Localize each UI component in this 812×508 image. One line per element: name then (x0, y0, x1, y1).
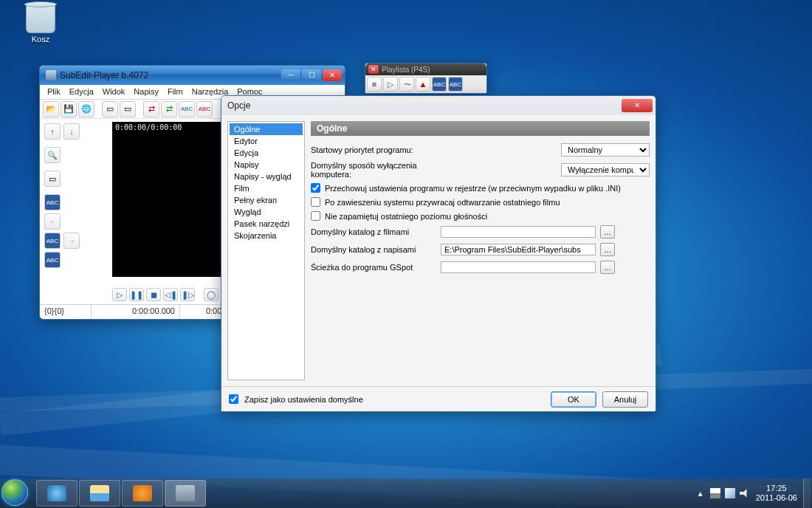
system-tray: ▲ 17:25 2011-06-06 (691, 484, 803, 503)
resume-label: Po zawieszeniu systemu przywracaj odtwar… (325, 198, 560, 207)
playlist-up-icon[interactable]: ▲ (416, 77, 430, 92)
player-minimize-icon[interactable]: ─ (281, 69, 300, 81)
trash-icon (26, 4, 55, 33)
side-abc2-icon[interactable]: ABC (44, 252, 61, 268)
movies-dir-input[interactable] (441, 226, 596, 238)
menu-widok[interactable]: Widok (100, 86, 128, 97)
category-napisy-wyglad[interactable]: Napisy - wygląd (230, 171, 303, 182)
menu-napisy[interactable]: Napisy (131, 86, 162, 97)
record-icon[interactable]: ◯ (204, 288, 219, 301)
tool-web-icon[interactable]: 🌐 (78, 101, 94, 117)
subedit-icon (176, 485, 195, 501)
subs-dir-browse[interactable]: … (600, 243, 615, 256)
side-abc-left-icon[interactable]: ← (44, 213, 61, 230)
action-center-icon[interactable] (710, 488, 720, 498)
side-abc1-icon[interactable]: ABC (44, 233, 61, 249)
start-button[interactable] (1, 479, 35, 507)
movies-dir-browse[interactable]: … (600, 225, 615, 238)
playlist-abc2-icon[interactable]: ABC (448, 77, 463, 92)
stop-icon[interactable]: ◼ (146, 288, 161, 301)
category-film[interactable]: Film (230, 182, 303, 194)
pause-icon[interactable]: ❚❚ (129, 288, 144, 301)
category-napisy[interactable]: Napisy (230, 159, 303, 171)
menu-edycja[interactable]: Edycja (66, 86, 97, 97)
player-maximize-icon[interactable]: ☐ (302, 69, 321, 81)
side-search-icon[interactable]: 🔍 (44, 147, 61, 163)
taskbar-ie[interactable] (36, 480, 78, 507)
tray-chevron-up-icon[interactable]: ▲ (697, 490, 704, 498)
step-back-icon[interactable]: ◁❚ (163, 288, 178, 301)
tool-open-icon[interactable]: 📂 (43, 101, 59, 117)
gspot-browse[interactable]: … (600, 261, 615, 274)
tool-shift1-icon[interactable]: ⇄ (143, 101, 159, 117)
step-fwd-icon[interactable]: ❚▷ (180, 288, 195, 301)
taskbar-clock[interactable]: 17:25 2011-06-06 (756, 484, 797, 503)
category-edycja[interactable]: Edycja (230, 147, 303, 159)
windows-logo-icon (1, 479, 28, 506)
side-abc-blue-icon[interactable]: ABC (44, 194, 61, 210)
priority-select[interactable]: Normalny (561, 143, 650, 157)
category-skojarzenia[interactable]: Skojarzenia (230, 230, 303, 241)
options-panel: Ogólne Startowy priorytet programu: Norm… (311, 121, 650, 380)
volume-icon[interactable] (740, 488, 750, 498)
priority-label: Startowy priorytet programu: (311, 145, 436, 154)
save-default-checkbox[interactable] (229, 394, 238, 404)
side-down-icon[interactable]: ↓ (63, 123, 80, 140)
playlist-abc1-icon[interactable]: ABC (432, 77, 447, 92)
options-titlebar[interactable]: Opcje ✕ (221, 96, 656, 115)
gspot-input[interactable] (441, 261, 596, 273)
shutdown-select[interactable]: Wyłączenie komputera (561, 163, 650, 176)
save-default-label: Zapisz jako ustawienia domyślne (244, 395, 363, 404)
tool-edit-icon[interactable]: ABC (179, 101, 195, 117)
movies-dir-label: Domyślny katalog z filmami (311, 227, 436, 236)
tool-save-icon[interactable]: 💾 (61, 101, 77, 117)
show-desktop-button[interactable] (803, 478, 811, 508)
subs-dir-input[interactable] (441, 244, 596, 255)
playlist-close-icon[interactable]: ✕ (368, 65, 379, 74)
taskbar-wmp[interactable] (122, 480, 163, 507)
category-pasek[interactable]: Pasek narzędzi (230, 218, 303, 230)
side-abc-right-icon[interactable]: → (63, 233, 80, 249)
explorer-icon (90, 485, 109, 501)
side-up-icon[interactable]: ↑ (44, 123, 61, 140)
taskbar-subedit[interactable] (165, 480, 206, 507)
gspot-label: Ścieżka do programu GSpot (311, 263, 436, 272)
taskbar-explorer[interactable] (79, 480, 120, 507)
options-footer: Zapisz jako ustawienia domyślne OK Anulu… (221, 386, 656, 411)
options-title: Opcje (227, 100, 622, 111)
volume-label: Nie zapamiętuj ostatniego poziomu głośno… (325, 212, 487, 221)
playlist-list-icon[interactable]: ≡ (367, 77, 382, 92)
clock-date: 2011-06-06 (756, 493, 797, 503)
category-wyglad[interactable]: Wygląd (230, 206, 303, 218)
clock-time: 17:25 (756, 484, 797, 493)
menu-plik[interactable]: Plik (44, 86, 63, 97)
playlist-titlebar[interactable]: ✕ Playlista (P4S) (365, 64, 486, 75)
options-close-icon[interactable]: ✕ (622, 99, 653, 112)
tool-shift2-icon[interactable]: ⇄ (161, 101, 177, 117)
player-titlebar[interactable]: SubEdit-Player b.4072 ─ ☐ ✕ (40, 66, 345, 85)
playlist-shuffle-icon[interactable]: ⤳ (399, 77, 414, 92)
desktop-trash[interactable]: Kosz (18, 4, 63, 44)
playlist-play-icon[interactable]: ▷ (383, 77, 398, 92)
ok-button[interactable]: OK (551, 391, 596, 408)
side-doc-icon[interactable]: ▭ (44, 171, 61, 187)
category-ogolne[interactable]: Ogólne (230, 123, 303, 135)
volume-checkbox[interactable] (311, 211, 320, 221)
registry-checkbox[interactable] (311, 183, 320, 193)
tool-page1-icon[interactable]: ▭ (102, 101, 118, 117)
player-close-icon[interactable]: ✕ (323, 69, 342, 81)
play-icon[interactable]: ▷ (112, 288, 127, 301)
shutdown-label: Domyślny sposób wyłączenia komputera: (311, 161, 436, 179)
cancel-button[interactable]: Anuluj (602, 391, 648, 408)
menu-film[interactable]: Film (165, 86, 186, 97)
registry-label: Przechowuj ustawienia programu w rejestr… (325, 184, 621, 193)
network-icon[interactable] (725, 488, 735, 498)
category-list[interactable]: Ogólne Edytor Edycja Napisy Napisy - wyg… (227, 121, 305, 380)
category-edytor[interactable]: Edytor (230, 135, 303, 147)
tool-page2-icon[interactable]: ▭ (120, 101, 136, 117)
resume-checkbox[interactable] (311, 197, 320, 207)
player-app-icon (46, 70, 56, 80)
player-side-tools: ↑↓ 🔍 ▭ ABC ← ABC→ ABC (43, 122, 109, 270)
category-pelny-ekran[interactable]: Pełny ekran (230, 194, 303, 206)
tool-mark-icon[interactable]: ABC (196, 101, 213, 117)
